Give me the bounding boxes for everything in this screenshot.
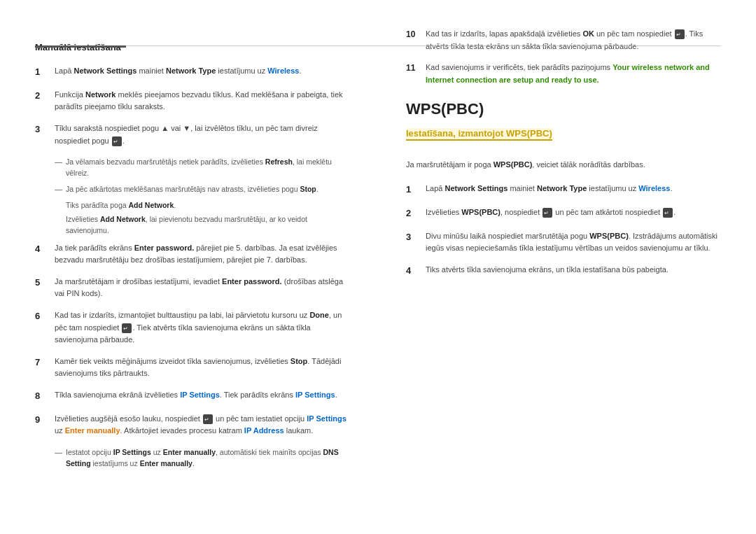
enter-manually-2-bold: Enter manually	[140, 459, 192, 468]
note-content-2: Ja pēc atkārtotas meklēšanas maršrutētāj…	[66, 183, 318, 195]
left-column: Manuālā iestatīšana 1 Lapā Network Setti…	[35, 28, 378, 506]
step-9: 9 Izvēlieties augšējā esošo lauku, nospi…	[35, 413, 350, 437]
wps-step-3: 3 Divu minūšu laikā nospiediet maršrutēt…	[406, 230, 721, 255]
top-divider	[35, 45, 721, 46]
step-number-7: 7	[35, 356, 55, 370]
enter-password-bold-4: Enter password.	[134, 244, 195, 252]
step-content-11: Kad savienojums ir verificēts, tiek parā…	[426, 62, 721, 86]
step-content-10: Kad tas ir izdarīts, lapas apakšdaļā izv…	[426, 28, 721, 52]
step-content-5: Ja maršrutētājam ir drošības iestatījumi…	[55, 276, 350, 300]
left-accent-divider	[35, 45, 126, 48]
wps-title: WPS(PBC)	[406, 100, 721, 118]
wps-subtitle: Iestatīšana, izmantojot WPS(PBC)	[406, 128, 552, 141]
wps-wireless-bold: Wireless	[638, 184, 670, 192]
bottom-note-1: — Iestatot opciju IP Settings uz Enter m…	[55, 447, 350, 470]
step-number-1: 1	[35, 65, 55, 80]
step-number-10: 10	[406, 28, 426, 41]
note-dash-2: —	[55, 183, 66, 195]
wps-step-content-2: Izvēlieties WPS(PBC), nospiediet un pēc …	[426, 206, 676, 219]
note-2: — Ja pēc atkārtotas meklēšanas maršrutēt…	[55, 183, 350, 195]
wps-step-number-1: 1	[406, 183, 426, 197]
step-number-3: 3	[35, 122, 55, 137]
bottom-note-dash: —	[55, 447, 66, 458]
ip-address-bold: IP Address	[244, 426, 284, 435]
step-content-3: Tīklu sarakstā nospiediet pogu ▲ vai ▼, …	[55, 122, 350, 147]
wpspbc-intro-bold: WPS(PBC)	[493, 160, 533, 169]
step-number-2: 2	[35, 89, 55, 104]
step-content-4: Ja tiek parādīts ekrāns Enter password. …	[55, 242, 350, 267]
remote-icon-10	[675, 29, 685, 39]
step-content-6: Kad tas ir izdarīts, izmantojiet bulttau…	[55, 309, 350, 346]
step-5: 5 Ja maršrutētājam ir drošības iestatīju…	[35, 276, 350, 300]
step-number-8: 8	[35, 389, 55, 404]
ip-settings-bold-8a: IP Settings	[180, 391, 220, 399]
wps-intro: Ja maršrutētājam ir poga WPS(PBC), veici…	[406, 159, 721, 171]
step-6: 6 Kad tas ir izdarīts, izmantojiet bultt…	[35, 309, 350, 346]
wps-network-settings-bold: Network Settings	[445, 184, 508, 192]
network-type-bold: Network Type	[166, 66, 216, 75]
wps-step-content-3: Divu minūšu laikā nospiediet maršrutētāj…	[426, 230, 721, 255]
wps-step-content-1: Lapā Network Settings mainiet Network Ty…	[426, 183, 672, 195]
network-settings-bold: Network Settings	[74, 66, 137, 75]
stop-bold: Stop	[300, 185, 316, 193]
step-content-9: Izvēlieties augšējā esošo lauku, nospied…	[55, 413, 350, 437]
sub-note-1: Tiks parādīta poga Add Network.	[66, 199, 350, 211]
note-content-1: Ja vēlamais bezvadu maršrutētājs netiek …	[66, 156, 350, 179]
enter-password-bold-5: Enter password.	[222, 277, 282, 286]
done-bold: Done	[309, 311, 329, 319]
wps-step-content-4: Tiks atvērts tīkla savienojuma ekrāns, u…	[426, 264, 668, 276]
ip-settings-note-bold: IP Settings	[113, 448, 151, 456]
steps-list: 1 Lapā Network Settings mainiet Network …	[35, 65, 350, 437]
stop-bold-7: Stop	[290, 357, 307, 365]
steps-10-11: 10 Kad tas ir izdarīts, lapas apakšdaļā …	[406, 28, 721, 86]
step-number-11: 11	[406, 62, 426, 75]
step-2: 2 Funkcija Network meklēs pieejamos bezv…	[35, 89, 350, 113]
add-network-bold-1: Add Network	[129, 201, 174, 209]
step-number-4: 4	[35, 242, 55, 257]
wps-step-1: 1 Lapā Network Settings mainiet Network …	[406, 183, 721, 197]
add-network-bold-2: Add Network	[100, 215, 146, 223]
step-content-8: Tīkla savienojuma ekrānā izvēlieties IP …	[55, 389, 337, 402]
ip-settings-bold-8b: IP Settings	[295, 391, 335, 399]
note-dash-1: —	[55, 156, 66, 168]
wps-subtitle-container: Iestatīšana, izmantojot WPS(PBC)	[406, 128, 721, 150]
bottom-note-content: Iestatot opciju IP Settings uz Enter man…	[66, 447, 350, 470]
step-content-2: Funkcija Network meklēs pieejamos bezvad…	[55, 89, 350, 113]
step-content-1: Lapā Network Settings mainiet Network Ty…	[55, 65, 301, 78]
network-bold-2: Network	[85, 90, 115, 99]
right-column: 10 Kad tas ir izdarīts, lapas apakšdaļā …	[378, 28, 721, 506]
wps-step-number-4: 4	[406, 264, 426, 279]
success-message-bold: Your wireless network and Internet conne…	[426, 63, 710, 84]
ip-settings-bold-9: IP Settings	[307, 414, 346, 423]
wps-step-2: 2 Izvēlieties WPS(PBC), nospiediet un pē…	[406, 206, 721, 221]
remote-icon-6	[122, 323, 132, 333]
step-8: 8 Tīkla savienojuma ekrānā izvēlieties I…	[35, 389, 350, 404]
remote-icon-9	[203, 414, 213, 424]
enter-manually-note-bold: Enter manually	[163, 448, 216, 456]
ok-bold: OK	[582, 29, 594, 38]
wpspbc-bold-3: WPS(PBC)	[589, 232, 629, 240]
sub-note-2: Izvēlieties Add Network, lai pievienotu …	[66, 213, 350, 237]
step-1: 1 Lapā Network Settings mainiet Network …	[35, 65, 350, 80]
refresh-bold: Refresh	[265, 157, 293, 166]
wps-step-4: 4 Tiks atvērts tīkla savienojuma ekrāns,…	[406, 264, 721, 279]
wireless-bold: Wireless	[267, 66, 299, 75]
step-number-6: 6	[35, 309, 55, 324]
remote-icon-wps-2a	[542, 208, 552, 218]
wps-network-type-bold: Network Type	[537, 184, 587, 192]
step-11: 11 Kad savienojums ir verificēts, tiek p…	[406, 62, 721, 86]
wps-step-number-3: 3	[406, 230, 426, 245]
wps-step-number-2: 2	[406, 206, 426, 221]
step-7: 7 Kamēr tiek veikts mēģinājums izveidot …	[35, 356, 350, 380]
wpspbc-bold-2: WPS(PBC)	[461, 208, 500, 216]
note-1: — Ja vēlamais bezvadu maršrutētājs netie…	[55, 156, 350, 179]
wps-steps-list: 1 Lapā Network Settings mainiet Network …	[406, 183, 721, 279]
remote-icon-3	[112, 136, 122, 146]
remote-icon-wps-2b	[663, 208, 673, 218]
step-3: 3 Tīklu sarakstā nospiediet pogu ▲ vai ▼…	[35, 122, 350, 147]
step-number-9: 9	[35, 413, 55, 428]
enter-manually-bold-9a: Enter manually	[65, 426, 120, 435]
step-content-7: Kamēr tiek veikts mēģinājums izveidot tī…	[55, 356, 350, 380]
step-4: 4 Ja tiek parādīts ekrāns Enter password…	[35, 242, 350, 267]
step-10: 10 Kad tas ir izdarīts, lapas apakšdaļā …	[406, 28, 721, 52]
